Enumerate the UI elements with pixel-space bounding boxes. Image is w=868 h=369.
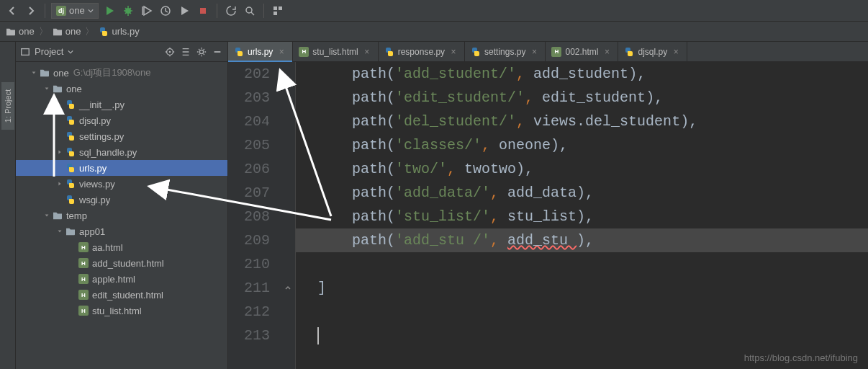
python-file-icon: [65, 147, 76, 157]
line-number: 211: [228, 276, 270, 300]
chevron-down-icon[interactable]: [55, 226, 65, 236]
tree-item[interactable]: one: [16, 81, 227, 97]
close-icon[interactable]: ×: [529, 47, 539, 57]
folder-icon: [39, 68, 50, 77]
chevron-down-icon[interactable]: [42, 84, 52, 94]
close-icon[interactable]: ×: [602, 47, 612, 57]
fold-marker: [280, 86, 295, 110]
line-number: 203: [228, 86, 270, 110]
line-number: 213: [228, 324, 270, 347]
html-file-icon: [78, 242, 89, 252]
svg-rect-2: [200, 8, 206, 14]
search-button[interactable]: [242, 3, 258, 19]
close-icon[interactable]: ×: [671, 47, 681, 57]
gear-icon[interactable]: [196, 46, 207, 58]
run-button[interactable]: [101, 3, 117, 19]
editor-tab[interactable]: response.py×: [379, 42, 465, 61]
tree-item-label: one: [53, 68, 69, 79]
tree-item[interactable]: sql_handle.py: [16, 144, 227, 160]
run-config-selector[interactable]: dj one: [51, 3, 99, 19]
run-config-label: one: [69, 5, 85, 16]
editor-tab-label: stu_list.html: [312, 47, 358, 57]
tree-item[interactable]: oneG:\dj项目1908\one: [16, 65, 227, 81]
fold-marker: [280, 324, 295, 347]
editor-tab[interactable]: urls.py×: [228, 42, 293, 61]
stop-button[interactable]: [195, 3, 211, 19]
forward-button[interactable]: [23, 3, 39, 19]
breadcrumb-item[interactable]: urls.py: [99, 26, 139, 37]
tree-item[interactable]: wsgi.py: [16, 192, 227, 208]
project-tool-tab[interactable]: 1: Project: [1, 82, 14, 130]
tree-item-label: aa.html: [92, 242, 123, 253]
editor-tab[interactable]: settings.py×: [465, 42, 546, 61]
breadcrumb-item[interactable]: one: [6, 26, 35, 37]
fold-marker: [280, 181, 295, 205]
project-view-selector[interactable]: Project: [20, 46, 73, 57]
chevron-down-icon: [68, 49, 73, 55]
back-button[interactable]: [4, 3, 20, 19]
editor-tab[interactable]: djsql.py×: [618, 42, 687, 61]
code-line: path('stu_list/', stu_list),: [317, 205, 868, 228]
tree-item-label: app01: [79, 226, 105, 237]
django-icon: dj: [56, 6, 66, 16]
close-icon[interactable]: ×: [362, 47, 372, 57]
project-tree[interactable]: oneG:\dj项目1908\oneone__init__.pydjsql.py…: [16, 62, 227, 369]
code-line: path('edit_student/', edit_student),: [317, 86, 868, 110]
collapse-all-button[interactable]: [180, 46, 191, 58]
tree-item-label: edit_student.html: [92, 290, 163, 301]
close-icon[interactable]: ×: [448, 47, 458, 57]
close-icon[interactable]: ×: [276, 47, 286, 57]
structure-button[interactable]: [270, 3, 286, 19]
fold-marker[interactable]: [280, 276, 295, 300]
debug-button[interactable]: [120, 3, 136, 19]
chevron-down-icon[interactable]: [42, 210, 52, 221]
code-line: path('classes/', oneone),: [317, 133, 868, 157]
editor-tab-bar: urls.py×stu_list.html×response.py×settin…: [228, 42, 868, 62]
coverage-button[interactable]: [139, 3, 155, 19]
update-button[interactable]: [223, 3, 239, 19]
chevron-right-icon[interactable]: [55, 179, 65, 189]
left-tool-gutter: 1: Project: [0, 42, 16, 369]
tree-item-label: urls.py: [79, 163, 107, 174]
breadcrumb-item[interactable]: one: [53, 26, 81, 37]
tree-item[interactable]: views.py: [16, 176, 227, 192]
html-file-icon: [78, 274, 89, 284]
tree-item[interactable]: aa.html: [16, 239, 227, 255]
editor-tab[interactable]: 002.html×: [546, 42, 618, 61]
tree-arrow-placeholder: [55, 131, 65, 141]
tree-item[interactable]: settings.py: [16, 128, 227, 144]
code-line: path('del_student/', views.del_student),: [317, 110, 868, 133]
chevron-right-icon[interactable]: [55, 147, 65, 157]
profile-button[interactable]: [158, 3, 173, 19]
tree-item[interactable]: add_student.html: [16, 255, 227, 271]
tree-arrow-placeholder: [68, 306, 78, 316]
code-content[interactable]: path('add_student/', add_student), path(…: [296, 62, 868, 369]
editor-tab[interactable]: stu_list.html×: [293, 42, 378, 61]
fold-marker: [280, 300, 295, 324]
fold-column: [280, 62, 296, 369]
editor-tab-label: urls.py: [248, 47, 273, 57]
concurrency-button[interactable]: [176, 3, 192, 19]
code-line: [317, 324, 868, 347]
tree-item[interactable]: stu_list.html: [16, 303, 227, 319]
tree-item[interactable]: __init__.py: [16, 97, 227, 112]
folder-icon: [65, 227, 76, 236]
tree-item[interactable]: urls.py: [16, 160, 227, 176]
chevron-down-icon[interactable]: [29, 68, 39, 78]
tree-item[interactable]: temp: [16, 208, 227, 223]
tree-item[interactable]: apple.html: [16, 271, 227, 287]
hide-button[interactable]: [212, 46, 223, 58]
line-number: 212: [228, 300, 270, 324]
tree-item-label: views.py: [79, 179, 115, 190]
tree-item-label: stu_list.html: [92, 306, 142, 316]
tree-item-label: settings.py: [79, 131, 124, 142]
tree-arrow-placeholder: [68, 242, 78, 252]
svg-rect-4: [273, 6, 277, 10]
tree-item[interactable]: edit_student.html: [16, 287, 227, 303]
tree-item[interactable]: app01: [16, 223, 227, 239]
line-number: 208: [228, 205, 270, 228]
python-file-icon: [65, 179, 76, 189]
locate-button[interactable]: [164, 46, 176, 58]
tree-item-label: apple.html: [92, 274, 135, 285]
tree-item[interactable]: djsql.py: [16, 112, 227, 128]
